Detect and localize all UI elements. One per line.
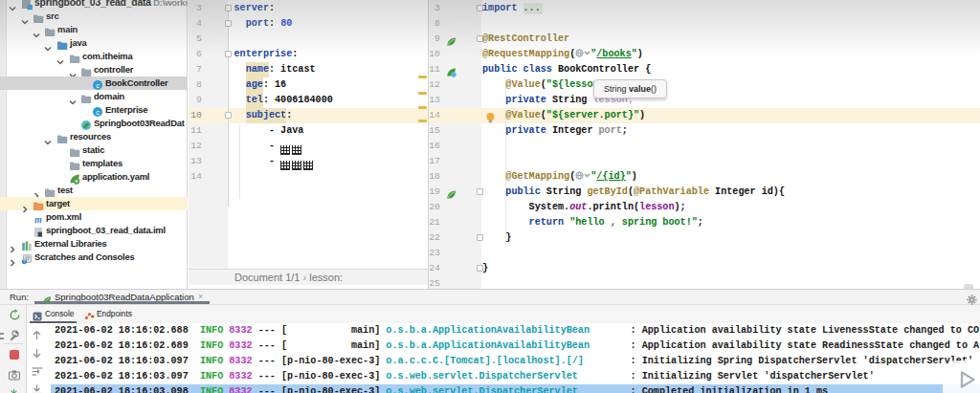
svg-text:c: c [96, 108, 100, 117]
svg-text:m: m [34, 214, 42, 225]
svg-text:c: c [96, 81, 100, 90]
svg-text:?: ? [23, 259, 26, 264]
